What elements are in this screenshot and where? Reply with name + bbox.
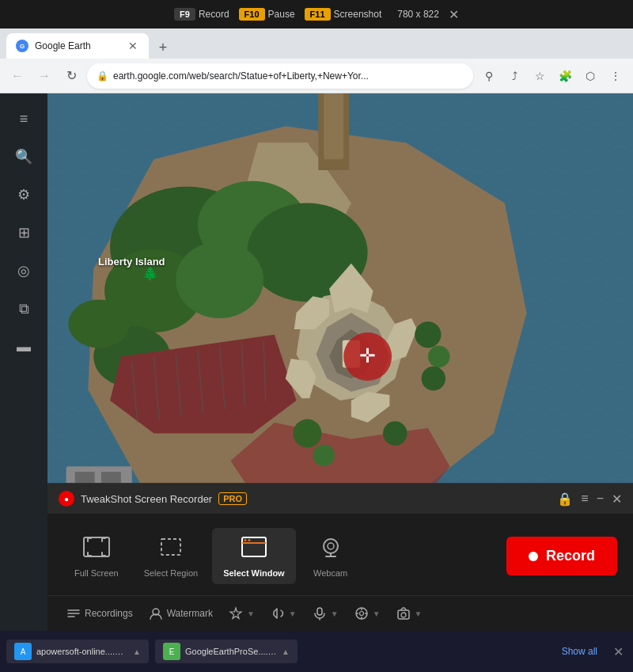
mic-button[interactable]: ▼ <box>306 602 345 625</box>
googleearth-label: GoogleEarthProSe....exe <box>185 647 277 656</box>
menu-icon[interactable]: ⋮ <box>605 65 627 87</box>
cursor-button[interactable]: ▼ <box>348 602 387 625</box>
tab-close-button[interactable]: ✕ <box>127 40 139 52</box>
svg-point-35 <box>422 366 445 390</box>
extension-icon[interactable]: 🧩 <box>554 65 576 87</box>
address-bar: ← → ↻ 🔒 earth.google.com/web/search/Stat… <box>0 59 633 93</box>
effects-button[interactable]: ▼ <box>222 602 261 625</box>
sidebar-ruler-icon[interactable]: ▬ <box>8 331 40 363</box>
select-region-mode[interactable]: Select Region <box>133 528 210 584</box>
camera-icon <box>396 606 411 621</box>
sidebar-grid-icon[interactable]: ⊞ <box>8 217 40 249</box>
full-screen-icon <box>82 534 111 564</box>
show-all-button[interactable]: Show all <box>555 643 604 660</box>
svg-rect-58 <box>317 608 322 615</box>
taskbar-apowersoft[interactable]: A apowersoft-online....exe ▲ <box>6 640 149 663</box>
f10-key[interactable]: F10 <box>239 8 265 21</box>
svg-marker-57 <box>230 608 241 619</box>
select-window-mode[interactable]: Select Window <box>212 528 296 584</box>
svg-rect-5 <box>324 93 343 159</box>
dimensions-display: 780 x 822 <box>397 9 439 20</box>
webcam-mode[interactable]: Webcam <box>299 528 362 584</box>
taskbar-close-icon[interactable]: ✕ <box>610 641 627 663</box>
cursor-dropdown: ▼ <box>373 609 381 618</box>
select-region-icon <box>157 534 185 564</box>
audio-dropdown: ▼ <box>289 609 297 618</box>
cursor-icon <box>354 606 369 621</box>
address-display[interactable]: 🔒 earth.google.com/web/search/Statue+of+… <box>87 63 473 89</box>
browser-frame: F9 Record F10 Pause F11 Screenshot 780 x… <box>0 0 633 672</box>
sidebar-menu-icon[interactable]: ≡ <box>8 103 40 135</box>
recorder-lock-icon[interactable]: 🔒 <box>557 492 573 507</box>
new-tab-button[interactable]: + <box>152 36 174 59</box>
camera-dropdown: ▼ <box>415 609 423 618</box>
svg-point-47 <box>244 539 246 541</box>
svg-point-12 <box>68 300 130 348</box>
record-dot <box>529 552 538 561</box>
sidebar-layers-icon[interactable]: ⧉ <box>8 293 40 325</box>
apowersoft-icon: A <box>14 643 32 660</box>
googleearth-chevron: ▲ <box>282 647 290 656</box>
svg-point-38 <box>313 444 335 466</box>
select-region-label: Select Region <box>144 568 199 578</box>
mic-dropdown: ▼ <box>331 609 339 618</box>
recorder-pro-badge: PRO <box>218 492 247 505</box>
back-button[interactable]: ← <box>6 65 28 87</box>
bookmark-icon[interactable]: ⚲ <box>478 65 500 87</box>
select-window-label: Select Window <box>223 568 285 578</box>
star-icon[interactable]: ☆ <box>529 65 551 87</box>
sidebar-search-icon[interactable]: 🔍 <box>8 141 40 173</box>
browser-tab[interactable]: G Google Earth ✕ <box>6 33 149 59</box>
full-screen-mode[interactable]: Full Screen <box>63 528 130 584</box>
reload-button[interactable]: ↻ <box>60 65 82 87</box>
camera-button[interactable]: ▼ <box>390 602 429 625</box>
effects-dropdown: ▼ <box>247 609 255 618</box>
watermark-button[interactable]: Watermark <box>142 602 219 625</box>
effects-icon <box>229 606 243 621</box>
url-text: earth.google.com/web/search/Statue+of+Li… <box>113 70 464 82</box>
svg-point-36 <box>293 420 321 448</box>
sidebar-location-icon[interactable]: ◎ <box>8 255 40 287</box>
full-screen-label: Full Screen <box>74 568 119 578</box>
select-window-icon <box>240 534 268 564</box>
svg-point-48 <box>248 539 250 541</box>
record-button[interactable]: Record <box>506 537 617 575</box>
pause-label: Pause <box>268 9 295 20</box>
apowersoft-label: apowersoft-online....exe <box>36 647 128 656</box>
audio-button[interactable]: ▼ <box>264 602 303 625</box>
content-area: ≡ 🔍 ⚙ ⊞ ◎ ⧉ ▬ <box>0 93 633 631</box>
audio-icon <box>271 606 285 621</box>
svg-text:✛: ✛ <box>359 344 376 366</box>
recordings-button[interactable]: Recordings <box>60 603 139 624</box>
f11-key[interactable]: F11 <box>305 8 331 21</box>
recorder-menu-icon[interactable]: ≡ <box>581 492 588 506</box>
f9-key[interactable]: F9 <box>174 8 195 21</box>
svg-point-10 <box>176 241 263 318</box>
webcam-label: Webcam <box>313 568 347 578</box>
recorder-titlebar: ● TweakShot Screen Recorder PRO 🔒 ≡ − ✕ <box>47 484 633 514</box>
recorder-minimize-icon[interactable]: − <box>597 492 604 506</box>
tab-title: Google Earth <box>35 40 120 51</box>
recorder-panel: ● TweakShot Screen Recorder PRO 🔒 ≡ − ✕ <box>47 483 633 631</box>
recorder-title: TweakShot Screen Recorder <box>81 493 212 505</box>
tab-favicon: G <box>16 40 28 52</box>
svg-point-67 <box>401 613 406 617</box>
share-icon[interactable]: ⤴ <box>503 65 525 87</box>
map-area[interactable]: ✛ <box>47 93 633 631</box>
recorder-close-icon[interactable]: ✕ <box>612 492 622 507</box>
sidebar-settings-icon[interactable]: ⚙ <box>8 179 40 211</box>
svg-point-33 <box>415 321 441 347</box>
address-icons: ⚲ ⤴ ☆ 🧩 ⬡ ⋮ <box>478 65 627 87</box>
record-button-label: Record <box>546 548 595 564</box>
googleearth-icon: E <box>163 643 180 660</box>
tab-bar: G Google Earth ✕ + <box>0 28 633 59</box>
screenshot-label: Screenshot <box>334 9 382 20</box>
lock-icon: 🔒 <box>97 70 108 82</box>
svg-rect-44 <box>161 539 180 555</box>
watermark-label: Watermark <box>167 608 213 619</box>
taskbar-googleearth[interactable]: E GoogleEarthProSe....exe ▲ <box>155 640 298 663</box>
recordings-icon <box>66 607 81 620</box>
recording-bar-close[interactable]: ✕ <box>449 7 459 22</box>
profile-icon[interactable]: ⬡ <box>579 65 601 87</box>
forward-button[interactable]: → <box>33 65 55 87</box>
